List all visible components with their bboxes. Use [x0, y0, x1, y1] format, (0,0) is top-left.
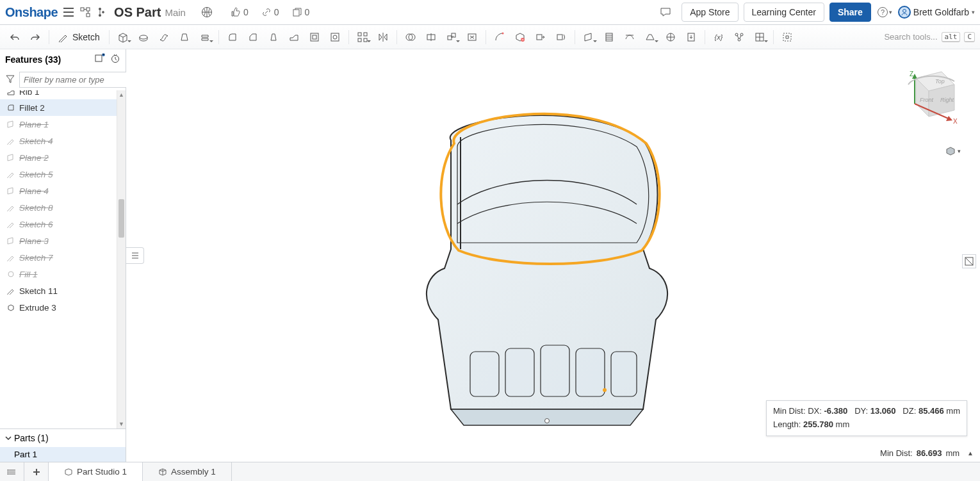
parts-header[interactable]: Parts (1): [0, 428, 126, 447]
feature-row[interactable]: Extrude 3: [0, 299, 126, 316]
plane-button[interactable]: [579, 28, 598, 46]
part-row[interactable]: Part 1: [0, 447, 126, 462]
rib-button[interactable]: [284, 28, 304, 46]
configuration-button[interactable]: [730, 28, 749, 46]
document-tree-icon[interactable]: [77, 4, 94, 20]
feature-row-label: Plane 1: [19, 120, 49, 129]
boolean-button[interactable]: [401, 28, 420, 46]
hole-button[interactable]: [325, 28, 345, 46]
import-button[interactable]: [682, 28, 701, 46]
render-mode-menu[interactable]: ▾: [945, 145, 961, 157]
thicken-button[interactable]: [195, 28, 215, 46]
feature-row[interactable]: Fillet 2: [0, 99, 126, 116]
replace-face-button[interactable]: [551, 28, 571, 46]
composite-curve-button[interactable]: [620, 28, 639, 46]
hamburger-icon[interactable]: [60, 4, 77, 20]
scroll-down-icon[interactable]: ▼: [117, 420, 126, 428]
main-area: Features (33) Rib 1Fillet 2Plane 1Sketch…: [0, 49, 980, 462]
delete-face-button[interactable]: [462, 28, 482, 46]
pattern-button[interactable]: [353, 28, 372, 46]
plane-icon: [6, 236, 15, 245]
custom-features-button[interactable]: [750, 28, 769, 46]
svg-point-48: [544, 419, 549, 423]
globe-icon[interactable]: [199, 4, 215, 20]
sweep-button[interactable]: [154, 28, 174, 46]
insert-icon[interactable]: [94, 4, 110, 20]
parts-header-label: Parts (1): [14, 433, 49, 443]
measure-dx-value: -6.380: [824, 406, 847, 416]
toolbar-search[interactable]: Search tools... alt C: [884, 32, 975, 42]
helix-button[interactable]: [600, 28, 619, 46]
feature-row[interactable]: Plane 1: [0, 116, 126, 133]
comments-icon[interactable]: [657, 4, 674, 20]
feature-row[interactable]: Sketch 7: [0, 249, 126, 266]
feature-list[interactable]: Rib 1Fillet 2Plane 1Sketch 4Plane 2Sketc…: [0, 90, 126, 428]
add-feature-icon[interactable]: [95, 53, 105, 65]
tab-assembly[interactable]: Assembly 1: [143, 462, 232, 481]
features-header[interactable]: Features (33): [0, 49, 126, 69]
copies-count[interactable]: 0: [292, 7, 310, 17]
undo-button[interactable]: [5, 28, 24, 46]
feature-row[interactable]: Plane 3: [0, 232, 126, 249]
feature-row-label: Sketch 5: [19, 170, 53, 179]
feature-row[interactable]: Sketch 6: [0, 216, 126, 232]
filter-icon[interactable]: [5, 74, 15, 86]
redo-button[interactable]: [26, 28, 45, 46]
document-title[interactable]: OS Part: [114, 5, 161, 20]
app-store-button[interactable]: App Store: [682, 3, 738, 22]
learning-center-button[interactable]: Learning Center: [744, 3, 824, 22]
scroll-thumb[interactable]: [118, 199, 124, 238]
variable-button[interactable]: {x}: [709, 28, 728, 46]
chamfer-button[interactable]: [243, 28, 263, 46]
extrude-button[interactable]: [113, 28, 133, 46]
scroll-up-icon[interactable]: ▲: [117, 90, 126, 99]
tab-manager-button[interactable]: [0, 462, 24, 481]
share-button[interactable]: Share: [829, 3, 871, 22]
svg-rect-22: [448, 36, 452, 40]
move-face-button[interactable]: [531, 28, 550, 46]
feature-row[interactable]: Sketch 8: [0, 199, 126, 216]
modify-fillet-button[interactable]: [490, 28, 509, 46]
transform-button[interactable]: [442, 28, 461, 46]
rollback-icon[interactable]: [110, 53, 120, 65]
loft-button[interactable]: [175, 28, 194, 46]
feature-row-label: Plane 3: [19, 236, 49, 246]
measure-unit1: mm: [946, 406, 960, 416]
sketch-button[interactable]: Sketch: [53, 28, 105, 46]
delete-part-button[interactable]: [510, 28, 530, 46]
expand-status-icon[interactable]: ▲: [967, 450, 974, 457]
frame-button[interactable]: [661, 28, 680, 46]
links-count[interactable]: 0: [261, 7, 279, 17]
panel-expand-tab[interactable]: [126, 247, 144, 264]
select-button[interactable]: [778, 28, 797, 46]
sheet-metal-button[interactable]: [641, 28, 660, 46]
shell-button[interactable]: [305, 28, 324, 46]
help-icon[interactable]: ? ▾: [876, 4, 893, 20]
feature-row[interactable]: Sketch 4: [0, 133, 126, 149]
sketch-icon: [6, 253, 15, 262]
viewport-3d[interactable]: Top Front Right Z X ▾ Min Dist:: [126, 49, 980, 462]
feature-row[interactable]: Plane 4: [0, 183, 126, 199]
view-cube[interactable]: Top Front Right Z X: [890, 62, 961, 133]
tab-part-studio[interactable]: Part Studio 1: [49, 462, 143, 481]
fillet-button[interactable]: [223, 28, 242, 46]
draft-button[interactable]: [264, 28, 283, 46]
feature-row[interactable]: Rib 1: [0, 90, 126, 99]
feature-row[interactable]: Sketch 5: [0, 166, 126, 183]
feature-row[interactable]: Fill 1: [0, 266, 126, 282]
onshape-logo[interactable]: Onshape: [5, 5, 58, 20]
revolve-button[interactable]: [134, 28, 153, 46]
add-tab-button[interactable]: [24, 462, 49, 481]
split-button[interactable]: [421, 28, 441, 46]
mirror-button[interactable]: [373, 28, 393, 46]
feature-list-scrollbar[interactable]: ▲ ▼: [117, 90, 126, 428]
section-view-toggle[interactable]: [962, 254, 976, 268]
feature-row[interactable]: Sketch 11: [0, 282, 126, 299]
svg-text:Top: Top: [935, 78, 945, 85]
feature-row[interactable]: Plane 2: [0, 149, 126, 166]
measurement-readout: Min Dist: DX: -6.380 DY: 13.060 DZ: 85.4…: [766, 400, 967, 436]
feature-filter-input[interactable]: [19, 72, 136, 88]
document-branch[interactable]: Main: [165, 7, 186, 18]
user-menu[interactable]: Brett Goldfarb ▾: [898, 6, 975, 19]
likes-count[interactable]: 0: [231, 7, 249, 17]
